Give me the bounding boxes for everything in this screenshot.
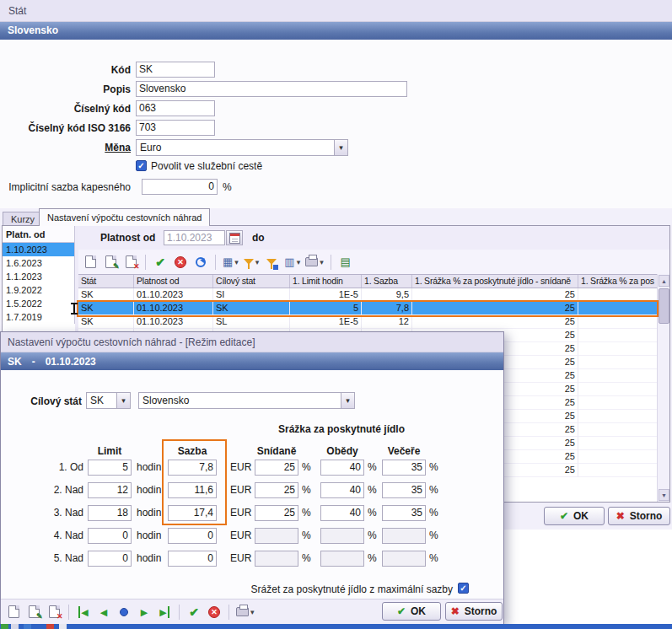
breakfast-field[interactable] [255, 551, 298, 567]
list-item[interactable]: 1.5.2022 [3, 297, 75, 310]
dialog-storno-button[interactable]: Storno [445, 602, 503, 621]
first-record-icon [78, 606, 88, 618]
refresh-button[interactable] [192, 253, 209, 271]
rate-field[interactable]: 11,6 [168, 482, 217, 498]
print-dropdown-button[interactable] [304, 253, 325, 271]
dinner-field[interactable]: 35 [382, 460, 426, 476]
table-row-selected[interactable]: SK 01.10.2023 SK 5 7,8 25 [78, 302, 657, 315]
limit-field[interactable]: 12 [88, 482, 132, 498]
calendar-button[interactable] [226, 230, 243, 245]
new-record-button[interactable] [82, 253, 99, 271]
lunch-field[interactable]: 40 [320, 505, 364, 521]
list-item[interactable]: 1.9.2022 [3, 283, 75, 297]
scroll-up-icon[interactable] [659, 275, 669, 287]
chevron-down-icon[interactable] [334, 140, 347, 155]
allow-business-trip-checkbox[interactable] [136, 160, 147, 171]
scrollbar-thumb[interactable] [659, 288, 669, 324]
dialog-record-date: 01.10.2023 [46, 356, 96, 368]
dialog-ok-button[interactable]: OK [382, 602, 441, 621]
breakfast-field[interactable] [255, 528, 298, 544]
column-header-stat[interactable]: Stát [78, 275, 134, 288]
check-icon [397, 605, 406, 617]
last-record-button[interactable] [156, 603, 173, 621]
current-record-button[interactable] [116, 603, 132, 621]
currency-label[interactable]: Měna [0, 140, 131, 156]
vertical-scrollbar[interactable] [657, 274, 669, 502]
list-item[interactable]: 1.1.2023 [3, 270, 75, 283]
lunch-field[interactable] [320, 551, 364, 567]
table-row[interactable]: SK 01.10.2023 SL 1E-5 12 25 [78, 315, 657, 329]
dinner-field[interactable]: 35 [382, 482, 426, 498]
previous-record-button[interactable] [95, 603, 112, 621]
cancel-button[interactable] [172, 253, 189, 271]
column-header-cilovy-stat[interactable]: Cílový stat [213, 275, 290, 288]
hours-unit-label: hodin [137, 551, 161, 567]
tab-nastaveni-nahrad[interactable]: Nastavení výpočtu cestovních náhrad [39, 208, 210, 226]
lunch-field[interactable]: 40 [320, 482, 364, 498]
edit-record-button[interactable] [102, 253, 119, 271]
table-toolbar [78, 250, 669, 274]
new-record-button[interactable] [5, 603, 22, 621]
currency-unit-label: EUR [230, 505, 251, 521]
print-dropdown-button[interactable] [235, 603, 255, 621]
view-dropdown-button[interactable] [222, 253, 239, 271]
pocket-money-rate-field[interactable]: 0 [142, 179, 218, 195]
validity-from-field[interactable]: 1.10.2023 [164, 230, 225, 245]
quick-filter-button[interactable] [263, 253, 280, 271]
rate-field[interactable]: 7,8 [168, 460, 217, 476]
columns-dropdown-button[interactable] [283, 253, 301, 271]
accept-button[interactable] [185, 603, 202, 621]
lunch-field[interactable]: 40 [320, 460, 364, 476]
ibeam-cursor [73, 303, 75, 314]
breakfast-field[interactable]: 25 [255, 460, 298, 476]
limit-field[interactable]: 5 [88, 460, 132, 476]
code-field[interactable]: SK [136, 62, 215, 78]
max-rate-checkbox[interactable] [458, 583, 469, 594]
table-row[interactable]: SK 01.10.2023 SI 1E-5 9,5 25 [78, 288, 657, 302]
target-country-name-combo[interactable]: Slovensko [138, 392, 355, 409]
column-header-srazka-snidane[interactable]: 1. Srážka % za poskytnuté jídlo - snídan… [412, 275, 578, 288]
description-field[interactable]: Slovensko [136, 81, 407, 97]
rate-field[interactable]: 0 [168, 551, 217, 567]
column-header-limit-hodin[interactable]: 1. Limit hodin [290, 275, 362, 288]
dinner-field[interactable] [382, 551, 426, 567]
column-header-platnost-od[interactable]: Platnost od [134, 275, 213, 288]
column-header-sazba[interactable]: 1. Sazba [362, 275, 412, 288]
ok-button[interactable]: OK [544, 507, 605, 525]
export-button[interactable] [337, 253, 354, 271]
delete-record-button[interactable] [122, 253, 139, 271]
limit-field[interactable]: 0 [88, 528, 132, 544]
cancel-button[interactable] [206, 603, 223, 621]
limit-field[interactable]: 0 [88, 551, 132, 567]
limit-field[interactable]: 18 [88, 505, 132, 521]
delete-record-button[interactable] [46, 603, 62, 621]
target-country-code-combo[interactable]: SK [86, 392, 131, 409]
currency-combo[interactable]: Euro [136, 139, 348, 156]
list-item[interactable]: 1.7.2019 [3, 310, 75, 324]
filter-dropdown-button[interactable] [243, 253, 261, 271]
numeric-code-field[interactable]: 063 [136, 100, 215, 116]
scroll-down-icon[interactable] [659, 489, 669, 501]
next-record-button[interactable] [136, 603, 153, 621]
tab-kurzy[interactable]: Kurzy [3, 212, 43, 226]
first-record-button[interactable] [75, 603, 92, 621]
validity-date-column-header[interactable]: Platn. od [3, 226, 75, 243]
chevron-down-icon[interactable] [116, 393, 130, 408]
dinner-field[interactable] [382, 528, 426, 544]
lunch-field[interactable] [320, 528, 364, 544]
iso-code-field[interactable]: 703 [136, 120, 215, 136]
percent-unit-label: % [368, 482, 377, 498]
breakfast-field[interactable]: 25 [255, 505, 298, 521]
dinner-field[interactable]: 35 [382, 505, 426, 521]
list-item[interactable]: 1.10.2023 [3, 243, 75, 256]
breakfast-field[interactable]: 25 [255, 482, 298, 498]
accept-button[interactable] [152, 253, 169, 271]
edit-record-button[interactable] [25, 603, 42, 621]
refresh-icon [196, 257, 206, 267]
rate-field[interactable]: 0 [168, 528, 217, 544]
storno-button[interactable]: Storno [608, 507, 670, 525]
rate-field[interactable]: 17,4 [168, 505, 217, 521]
chevron-down-icon[interactable] [341, 393, 354, 408]
list-item[interactable]: 1.6.2023 [3, 256, 75, 270]
column-header-srazka-next[interactable]: 1. Srážka % za pos [578, 275, 657, 288]
